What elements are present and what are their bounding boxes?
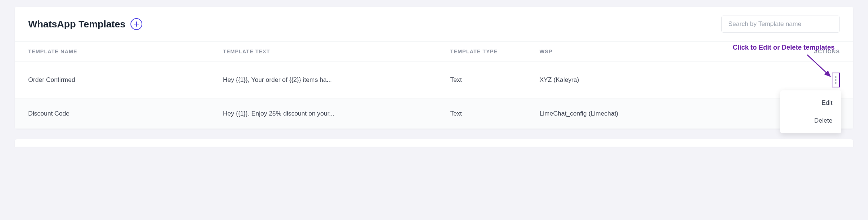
plus-icon — [133, 21, 139, 27]
add-template-button[interactable] — [130, 18, 142, 30]
annotation-arrow — [804, 53, 837, 82]
column-header-name: TEMPLATE NAME — [28, 49, 223, 54]
next-card-peek — [15, 139, 853, 147]
svg-line-3 — [807, 55, 830, 76]
delete-menu-item[interactable]: Delete — [780, 112, 841, 130]
annotation-label: Click to Edit or Delete templates — [733, 44, 835, 51]
table-row: Discount Code Hey {{1}}, Enjoy 25% disco… — [15, 99, 853, 129]
table-body: Order Confirmed Hey {{1}}, Your order of… — [15, 61, 853, 129]
page-title: WhatsApp Templates — [28, 19, 125, 30]
actions-dropdown: Edit Delete — [780, 90, 841, 133]
cell-template-text: Hey {{1}}, Your order of {{2}} items ha.… — [223, 76, 450, 84]
table-row: Order Confirmed Hey {{1}}, Your order of… — [15, 61, 853, 99]
templates-card: WhatsApp Templates Click to Edit or Dele… — [15, 7, 853, 129]
cell-template-name: Discount Code — [28, 110, 223, 117]
cell-template-type: Text — [450, 110, 540, 117]
table-header: TEMPLATE NAME TEMPLATE TEXT TEMPLATE TYP… — [15, 41, 853, 61]
column-header-type: TEMPLATE TYPE — [450, 49, 540, 54]
cell-template-text: Hey {{1}}, Enjoy 25% discount on your... — [223, 110, 450, 117]
header-left: WhatsApp Templates — [28, 18, 142, 30]
kebab-icon — [835, 82, 836, 84]
search-input[interactable] — [721, 16, 840, 33]
column-header-text: TEMPLATE TEXT — [223, 49, 450, 54]
cell-template-wsp: LimeChat_config (Limechat) — [540, 110, 759, 117]
column-header-wsp: WSP — [540, 49, 759, 54]
cell-template-type: Text — [450, 76, 540, 84]
cell-template-wsp: XYZ (Kaleyra) — [540, 76, 759, 84]
edit-menu-item[interactable]: Edit — [780, 94, 841, 112]
cell-template-name: Order Confirmed — [28, 76, 223, 84]
card-header: WhatsApp Templates — [15, 7, 853, 41]
